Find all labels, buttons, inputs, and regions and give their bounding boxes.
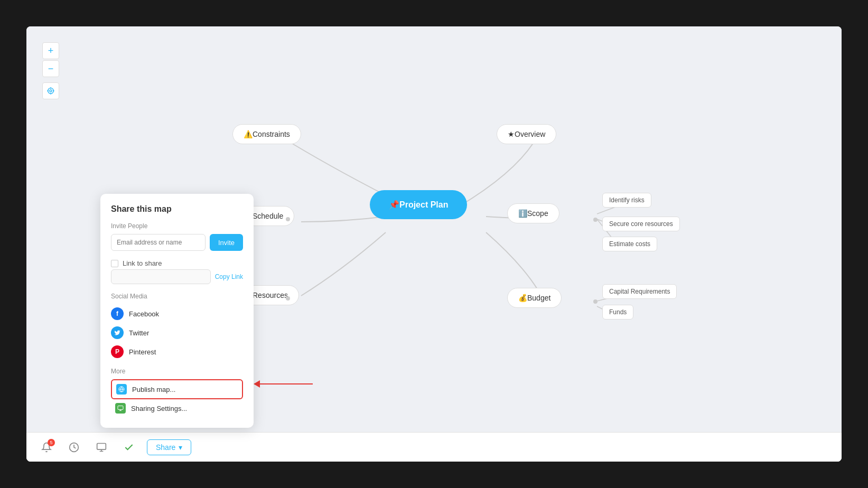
link-checkbox[interactable]	[111, 260, 118, 267]
node-overview[interactable]: ★ Overview	[497, 124, 556, 144]
notification-badge: 5	[48, 439, 55, 446]
arrow-head	[254, 380, 260, 388]
social-item-pinterest[interactable]: P Pinterest	[111, 342, 243, 361]
link-section: Link to share Copy Link	[111, 259, 243, 284]
schedule-label: Schedule	[253, 212, 283, 220]
invite-input[interactable]	[111, 234, 206, 251]
copy-link-button[interactable]: Copy Link	[215, 273, 243, 280]
central-node-label: Project Plan	[399, 200, 448, 210]
conn-dot-budget	[593, 299, 598, 304]
zoom-out-button[interactable]: −	[42, 60, 59, 77]
map-canvas: 📌 Project Plan ⚠️ Constraints ★ Overview…	[26, 26, 842, 462]
publish-map-label: Publish map...	[132, 386, 175, 393]
pinterest-icon: P	[111, 345, 124, 358]
sub-node-secure-resources[interactable]: Secure core resources	[602, 217, 680, 231]
history-button[interactable]	[64, 438, 83, 457]
desktop-button[interactable]	[92, 438, 111, 457]
twitter-label: Twitter	[129, 329, 149, 337]
invite-button[interactable]: Invite	[210, 234, 243, 251]
social-section: Social Media f Facebook Twitter P Pinte	[111, 293, 243, 361]
resources-label: Resources	[253, 291, 288, 299]
scope-icon: ℹ️	[518, 209, 527, 218]
svg-rect-17	[97, 443, 106, 449]
share-button[interactable]: Share ▾	[147, 439, 191, 455]
link-label: Link to share	[123, 259, 162, 267]
constraints-label: Constraints	[253, 130, 290, 138]
social-section-label: Social Media	[111, 293, 243, 300]
overview-label: Overview	[515, 130, 545, 138]
notification-button[interactable]: 5	[37, 438, 56, 457]
link-input-row: Copy Link	[111, 269, 243, 284]
publish-map-item[interactable]: Publish map...	[111, 379, 243, 399]
scope-label: Scope	[527, 209, 548, 218]
pinterest-label: Pinterest	[129, 348, 156, 356]
sub-node-capital-requirements[interactable]: Capital Requirements	[602, 284, 677, 299]
app-screen: 📌 Project Plan ⚠️ Constraints ★ Overview…	[26, 26, 842, 462]
more-section-label: More	[111, 368, 243, 375]
location-button[interactable]	[42, 82, 59, 99]
arrow-line	[260, 383, 313, 384]
red-arrow	[254, 380, 313, 388]
zoom-controls: + −	[42, 42, 59, 99]
overview-icon: ★	[508, 130, 515, 138]
sub-node-identify-risks[interactable]: Identify risks	[602, 193, 651, 208]
checkmark-button[interactable]	[119, 438, 138, 457]
svg-point-5	[50, 90, 52, 92]
sharing-icon	[115, 403, 126, 414]
bottom-toolbar: 5 S	[26, 432, 842, 462]
conn-dot-scope	[593, 218, 598, 222]
link-row: Link to share	[111, 259, 243, 267]
publish-icon	[116, 384, 127, 395]
svg-point-6	[48, 88, 54, 94]
budget-label: Budget	[527, 294, 550, 302]
central-node[interactable]: 📌 Project Plan	[370, 190, 467, 219]
node-constraints[interactable]: ⚠️ Constraints	[232, 124, 301, 144]
share-panel-title: Share this map	[111, 204, 243, 214]
node-budget[interactable]: 💰 Budget	[507, 288, 562, 308]
central-node-icon: 📌	[389, 200, 399, 210]
social-item-facebook[interactable]: f Facebook	[111, 304, 243, 323]
facebook-label: Facebook	[129, 310, 159, 318]
invite-section-label: Invite People	[111, 222, 243, 230]
sharing-settings-label: Sharing Settings...	[131, 405, 187, 412]
share-panel: Share this map Invite People Invite Link…	[100, 194, 254, 428]
svg-rect-13	[118, 406, 123, 410]
budget-icon: 💰	[518, 294, 527, 302]
node-scope[interactable]: ℹ️ Scope	[507, 203, 559, 223]
sub-node-estimate-costs[interactable]: Estimate costs	[602, 237, 657, 251]
facebook-icon: f	[111, 307, 124, 320]
twitter-icon	[111, 326, 124, 339]
social-item-twitter[interactable]: Twitter	[111, 323, 243, 342]
sub-node-funds[interactable]: Funds	[602, 305, 633, 320]
sharing-settings-item[interactable]: Sharing Settings...	[111, 399, 243, 417]
link-input[interactable]	[111, 269, 211, 284]
invite-row: Invite	[111, 234, 243, 251]
conn-dot-schedule	[286, 217, 290, 221]
constraints-icon: ⚠️	[244, 130, 253, 138]
conn-dot-resources	[286, 296, 290, 301]
zoom-in-button[interactable]: +	[42, 42, 59, 59]
